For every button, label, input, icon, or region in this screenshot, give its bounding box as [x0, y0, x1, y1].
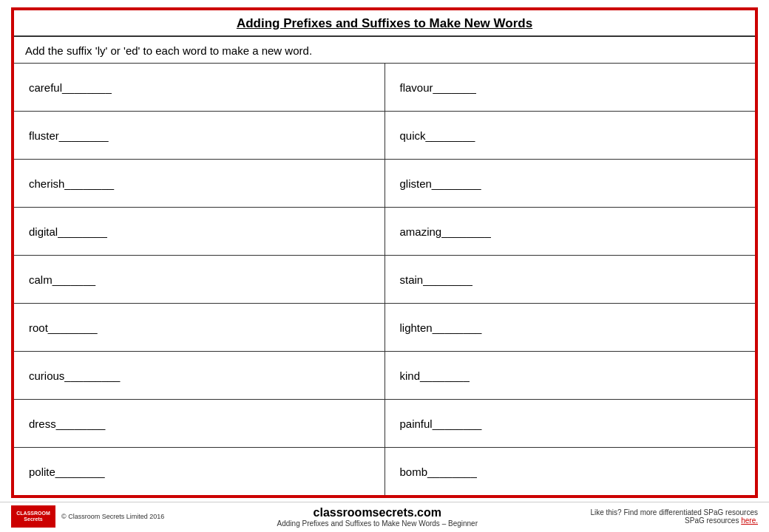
- table-row: careful________flavour_______: [14, 64, 755, 112]
- word-cell-right: glisten________: [385, 160, 756, 207]
- classroom-logo: CLASSROOMSecrets: [11, 505, 55, 528]
- instruction-text: Add the suffix 'ly' or 'ed' to each word…: [25, 44, 312, 57]
- table-row: curious_________kind________: [14, 352, 755, 400]
- word-cell-right: stain________: [385, 256, 756, 303]
- copyright: © Classroom Secrets Limited 2016: [61, 513, 164, 520]
- table-row: cherish________glisten________: [14, 160, 755, 208]
- word-cell-left: careful________: [14, 64, 385, 111]
- page-title: Adding Prefixes and Suffixes to Make New…: [14, 16, 755, 31]
- word-cell-right: painful________: [385, 400, 756, 447]
- word-cell-left: curious_________: [14, 352, 385, 399]
- word-cell-left: digital________: [14, 208, 385, 255]
- word-cell-left: cherish________: [14, 160, 385, 207]
- word-cell-left: fluster________: [14, 112, 385, 159]
- footer-center: classroomsecrets.com Adding Prefixes and…: [164, 506, 590, 528]
- word-cell-left: calm_______: [14, 256, 385, 303]
- word-cell-left: polite________: [14, 448, 385, 495]
- word-grid: careful________flavour_______fluster____…: [14, 63, 755, 495]
- footer: CLASSROOMSecrets © Classroom Secrets Lim…: [0, 502, 769, 532]
- table-row: digital________amazing________: [14, 208, 755, 256]
- footer-right: Like this? Find more differentiated SPaG…: [590, 508, 758, 525]
- word-cell-right: flavour_______: [385, 64, 756, 111]
- logo-text: CLASSROOMSecrets: [16, 511, 50, 523]
- promo-link[interactable]: here.: [741, 516, 758, 525]
- word-cell-left: dress________: [14, 400, 385, 447]
- table-row: dress________painful________: [14, 400, 755, 448]
- table-row: fluster________quick________: [14, 112, 755, 160]
- word-cell-right: lighten________: [385, 304, 756, 351]
- website: classroomsecrets.com: [164, 506, 590, 519]
- word-cell-right: quick________: [385, 112, 756, 159]
- table-row: polite________bomb________: [14, 448, 755, 495]
- main-content: Adding Prefixes and Suffixes to Make New…: [11, 7, 758, 498]
- footer-subtitle: Adding Prefixes and Suffixes to Make New…: [164, 519, 590, 528]
- table-row: root________lighten________: [14, 304, 755, 352]
- instruction: Add the suffix 'ly' or 'ed' to each word…: [14, 37, 755, 63]
- word-cell-left: root________: [14, 304, 385, 351]
- table-row: calm_______stain________: [14, 256, 755, 304]
- promo-text: Like this? Find more differentiated SPaG…: [590, 508, 758, 516]
- spag-label: SPaG resources: [685, 516, 741, 525]
- word-cell-right: amazing________: [385, 208, 756, 255]
- title-bar: Adding Prefixes and Suffixes to Make New…: [14, 10, 755, 37]
- word-cell-right: bomb________: [385, 448, 756, 495]
- word-cell-right: kind________: [385, 352, 756, 399]
- footer-left: CLASSROOMSecrets © Classroom Secrets Lim…: [11, 505, 164, 528]
- page: Adding Prefixes and Suffixes to Make New…: [0, 0, 769, 532]
